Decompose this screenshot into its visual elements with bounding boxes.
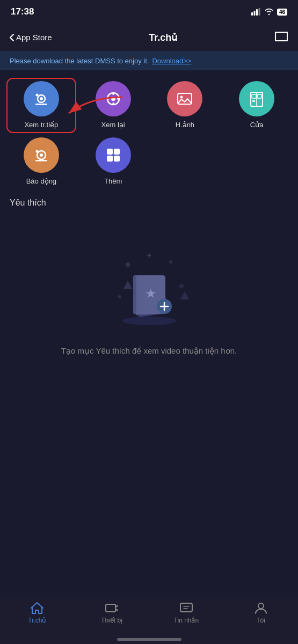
- banner-text: Please download the latest DMSS to enjoy…: [10, 57, 149, 65]
- status-icons: 46: [251, 8, 287, 16]
- tab-messages-label: Tin nhắn: [174, 617, 199, 624]
- image-icon: [176, 90, 194, 108]
- svg-rect-33: [114, 149, 120, 155]
- nav-back[interactable]: App Store: [10, 33, 52, 42]
- tab-profile[interactable]: Tôi: [239, 602, 282, 624]
- svg-rect-16: [117, 98, 120, 100]
- svg-point-10: [40, 97, 43, 100]
- menu-item-bao-dong[interactable]: Báo động: [10, 137, 73, 185]
- tab-devices-label: Thiết bị: [101, 617, 122, 624]
- empty-illustration: + ★: [101, 238, 198, 334]
- cua-icon-bg: [239, 81, 274, 116]
- svg-rect-47: [133, 275, 136, 314]
- devices-tab-icon: [105, 602, 119, 614]
- menu-row-2: Báo động Thêm: [10, 137, 288, 185]
- them-icon-bg: [96, 137, 131, 173]
- home-tab-icon: [30, 602, 44, 614]
- svg-point-60: [258, 603, 264, 609]
- wifi-icon: [264, 8, 274, 16]
- door-icon: [248, 90, 266, 108]
- profile-tab-icon: [254, 602, 268, 614]
- svg-rect-1: [253, 11, 255, 16]
- menu-item-hanh[interactable]: H.ảnh: [154, 81, 217, 129]
- svg-point-55: [117, 605, 118, 607]
- home-indicator: [117, 638, 181, 641]
- svg-point-39: [118, 295, 121, 298]
- svg-rect-23: [257, 94, 261, 98]
- bao-dong-label: Báo động: [26, 177, 56, 185]
- tab-profile-label: Tôi: [256, 617, 265, 624]
- xem-lai-icon-bg: [96, 81, 131, 116]
- svg-point-43: [122, 317, 176, 325]
- svg-rect-15: [107, 98, 110, 100]
- camera-icon: [32, 90, 50, 108]
- svg-point-37: [169, 260, 172, 264]
- tab-home[interactable]: Tr.chủ: [16, 602, 59, 624]
- svg-rect-4: [275, 32, 287, 41]
- svg-point-29: [40, 153, 43, 157]
- svg-point-14: [111, 97, 115, 101]
- tab-messages[interactable]: Tin nhắn: [165, 602, 208, 624]
- nav-back-label: App Store: [16, 33, 52, 42]
- svg-point-36: [126, 262, 130, 267]
- empty-state-text: Tạo mục Yêu thích để xem video thuận tiệ…: [61, 345, 237, 357]
- battery-badge: 46: [277, 9, 287, 16]
- screen-expand-icon[interactable]: [274, 31, 288, 45]
- svg-rect-22: [252, 94, 256, 98]
- empty-state: + ★ Tạo mục Yêu thích để xem video thuận…: [10, 216, 288, 379]
- signal-icon: [251, 8, 261, 16]
- hanh-label: H.ảnh: [176, 121, 194, 129]
- svg-marker-41: [123, 281, 132, 289]
- banner: Please download the latest DMSS to enjoy…: [0, 52, 298, 70]
- cua-label: Cửa: [250, 121, 264, 129]
- nav-bar: App Store Tr.chủ: [0, 24, 298, 52]
- svg-rect-31: [35, 160, 47, 162]
- menu-item-them[interactable]: Thêm: [82, 137, 145, 185]
- svg-rect-17: [112, 92, 114, 95]
- svg-rect-35: [114, 156, 120, 162]
- svg-rect-32: [107, 149, 113, 155]
- menu-row-1: Xem tr.tiếp Xem lại: [10, 81, 288, 129]
- them-label: Thêm: [104, 177, 122, 185]
- favorites-section-title: Yêu thích: [10, 198, 288, 216]
- svg-rect-0: [251, 12, 253, 16]
- svg-marker-42: [180, 291, 189, 299]
- tab-home-label: Tr.chủ: [28, 617, 46, 624]
- bell-icon: [32, 146, 50, 164]
- messages-tab-icon: [179, 602, 193, 614]
- svg-point-38: [179, 284, 184, 288]
- status-bar: 17:38 46: [0, 0, 298, 24]
- svg-point-20: [180, 96, 183, 99]
- banner-download-link[interactable]: Download>>: [152, 57, 191, 65]
- xem-trtiep-icon-bg: [24, 81, 59, 116]
- main-content: Xem tr.tiếp Xem lại: [0, 70, 298, 384]
- svg-rect-12: [35, 104, 47, 105]
- svg-rect-34: [107, 156, 113, 162]
- svg-point-56: [117, 610, 118, 611]
- menu-item-xem-lai[interactable]: Xem lại: [82, 81, 145, 129]
- menu-item-xem-trtiep[interactable]: Xem tr.tiếp: [10, 81, 73, 129]
- grid-icon: [104, 146, 122, 164]
- tab-devices[interactable]: Thiết bị: [90, 602, 133, 624]
- svg-rect-2: [256, 9, 258, 16]
- xem-trtiep-label: Xem tr.tiếp: [24, 121, 58, 129]
- menu-item-cua[interactable]: Cửa: [225, 81, 288, 129]
- svg-rect-52: [106, 604, 115, 612]
- svg-point-30: [35, 150, 38, 153]
- tab-bar: Tr.chủ Thiết bị Tin nhắn Tôi: [0, 596, 298, 644]
- bao-dong-icon-bg: [24, 137, 59, 173]
- svg-point-11: [35, 94, 38, 97]
- status-time: 17:38: [11, 6, 34, 17]
- svg-text:+: +: [147, 251, 151, 260]
- svg-rect-3: [258, 8, 260, 16]
- nav-title: Tr.chủ: [149, 32, 177, 43]
- svg-rect-18: [112, 103, 114, 105]
- svg-rect-57: [180, 603, 192, 612]
- svg-text:★: ★: [145, 286, 157, 301]
- hanh-icon-bg: [167, 81, 202, 116]
- film-icon: [104, 90, 122, 108]
- svg-rect-26: [252, 100, 255, 102]
- xem-lai-label: Xem lại: [101, 121, 125, 129]
